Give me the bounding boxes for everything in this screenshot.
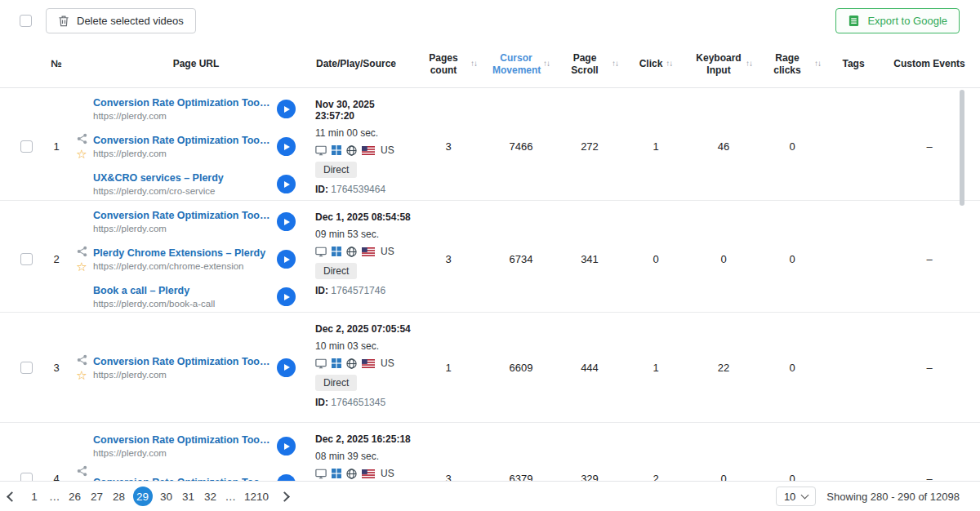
page-number[interactable]: 30 [158, 487, 175, 506]
table-header: № Page URL Date/Play/Source Pages count↑… [0, 41, 980, 88]
play-button[interactable] [277, 250, 296, 269]
desktop-icon [315, 145, 327, 156]
table-row: 3 ☆ Conversion Rate Optimization Tools –… [0, 313, 980, 423]
sort-icon[interactable]: ↑↓ [746, 59, 752, 69]
tags-value [828, 313, 879, 422]
tags-value [828, 201, 879, 318]
click-value: 0 [621, 201, 691, 318]
export-to-google-button[interactable]: Export to Google [835, 8, 960, 33]
export-to-google-label: Export to Google [867, 15, 947, 27]
page-number-active[interactable]: 29 [133, 487, 153, 506]
page-number[interactable]: 28 [111, 487, 127, 506]
play-button[interactable] [277, 474, 296, 481]
session-id: ID: 1764651345 [315, 397, 385, 408]
play-icon [284, 443, 290, 450]
page-link[interactable]: Conversion Rate Optimization Tools – Ple… [93, 434, 270, 446]
sort-icon[interactable]: ↑↓ [612, 59, 618, 69]
col-number: № [51, 58, 61, 70]
page-link[interactable]: Conversion Rate Optimization Tools – Ple… [93, 97, 270, 109]
page-link[interactable]: Conversion Rate Optimization Tools – Ple… [93, 210, 270, 221]
traffic-source-badge: Direct [315, 263, 357, 279]
delete-selected-button[interactable]: Delete selected videos [46, 8, 196, 33]
row-checkbox[interactable] [20, 473, 33, 481]
play-button[interactable] [277, 212, 296, 231]
next-page-icon[interactable] [279, 491, 290, 502]
page-link[interactable]: Plerdy Chrome Extensions – Plerdy [93, 247, 270, 259]
row-number: 3 [42, 313, 70, 422]
windows-icon [332, 358, 341, 368]
col-pages-count: Pages count [420, 52, 467, 77]
custom-events-value: – [879, 423, 980, 481]
page-link[interactable]: Conversion Rate Optimization Tools – Ple… [93, 135, 270, 146]
click-value: 1 [621, 313, 691, 422]
star-icon[interactable]: ☆ [76, 148, 87, 160]
share-icon[interactable] [77, 465, 87, 477]
row-checkbox[interactable] [20, 140, 33, 153]
page-size-value: 10 [784, 491, 795, 503]
session-id: ID: 1764571746 [315, 285, 385, 296]
sort-icon[interactable]: ↑↓ [470, 59, 477, 69]
star-icon[interactable]: ☆ [76, 260, 87, 273]
play-button[interactable] [277, 437, 296, 455]
page-number[interactable]: 27 [89, 487, 105, 506]
sort-icon[interactable]: ↑↓ [543, 59, 550, 69]
row-checkbox[interactable] [20, 253, 33, 265]
share-icon[interactable] [77, 246, 87, 257]
page-entry: Conversion Rate Optimization Tools – Ple… [93, 128, 297, 165]
country-code: US [381, 468, 394, 479]
keyboard-input-value: 0 [691, 423, 756, 481]
page-link[interactable]: Conversion Rate Optimization Tools – Ple… [93, 356, 270, 367]
star-icon[interactable]: ☆ [76, 369, 87, 381]
page-number[interactable]: 1210 [243, 487, 270, 506]
page-entry: UX&CRO services – Plerdyhttps://plerdy.c… [93, 166, 297, 202]
play-button[interactable] [277, 137, 296, 156]
session-id-label: ID: [315, 184, 328, 195]
play-icon [284, 294, 290, 300]
play-button[interactable] [277, 100, 296, 118]
prev-page-icon[interactable] [7, 491, 17, 502]
page-number[interactable]: 1 [26, 487, 42, 506]
page-scroll-value: 329 [559, 423, 621, 481]
page-link[interactable]: Book a call – Plerdy [93, 285, 270, 296]
session-date: Dec 2, 2025 16:25:18 [315, 433, 411, 445]
page-entry: Conversion Rate Optimization Tools – Ple… [93, 91, 297, 127]
session-duration: 09 min 53 sec. [315, 229, 379, 240]
country-code: US [381, 358, 394, 369]
share-icon[interactable] [77, 354, 87, 366]
page-link[interactable]: UX&CRO services – Plerdy [93, 172, 270, 184]
share-icon[interactable] [77, 133, 87, 144]
sort-icon[interactable]: ↑↓ [666, 59, 672, 69]
play-button[interactable] [277, 358, 296, 377]
traffic-source-badge: Direct [315, 162, 357, 178]
pagination-ellipsis: … [225, 491, 238, 503]
page-number[interactable]: 26 [67, 487, 83, 506]
country-code: US [381, 246, 394, 257]
col-custom-events: Custom Events [893, 58, 964, 70]
cursor-movement-value: 6734 [483, 201, 559, 318]
page-scroll-value: 272 [559, 88, 621, 205]
col-click: Click [639, 58, 663, 70]
page-url-text: https://plerdy.com [93, 370, 270, 380]
row-number: 4 [42, 423, 70, 481]
page-number[interactable]: 31 [180, 487, 197, 506]
page-url-text: https://plerdy.com [93, 111, 270, 121]
session-id-value: 1764651345 [331, 397, 385, 408]
pages-count-value: 3 [413, 88, 483, 205]
row-checkbox[interactable] [20, 362, 33, 374]
page-entry: Conversion Rate Optimization Tools – Ple… [93, 349, 297, 386]
page-url-text: https://plerdy.com [93, 448, 270, 458]
pagination: 1 … 26 27 28 29 30 31 32 … 1210 10 Showi… [0, 481, 980, 511]
play-button[interactable] [277, 175, 296, 193]
page-entry: Conversion Rate Optimization Tools – Ple… [93, 203, 297, 240]
select-all-checkbox[interactable] [20, 15, 32, 27]
page-number[interactable]: 32 [203, 487, 219, 506]
play-button[interactable] [277, 287, 296, 306]
session-id: ID: 1764539464 [315, 184, 385, 195]
scrollbar-thumb[interactable] [960, 90, 964, 206]
page-size-select[interactable]: 10 [776, 487, 816, 506]
session-id-label: ID: [315, 397, 328, 408]
page-scroll-value: 341 [559, 201, 621, 318]
page-url-text: https://plerdy.com/chrome-extension [93, 261, 270, 271]
chevron-down-icon [801, 491, 809, 499]
sort-icon[interactable]: ↑↓ [814, 59, 821, 69]
